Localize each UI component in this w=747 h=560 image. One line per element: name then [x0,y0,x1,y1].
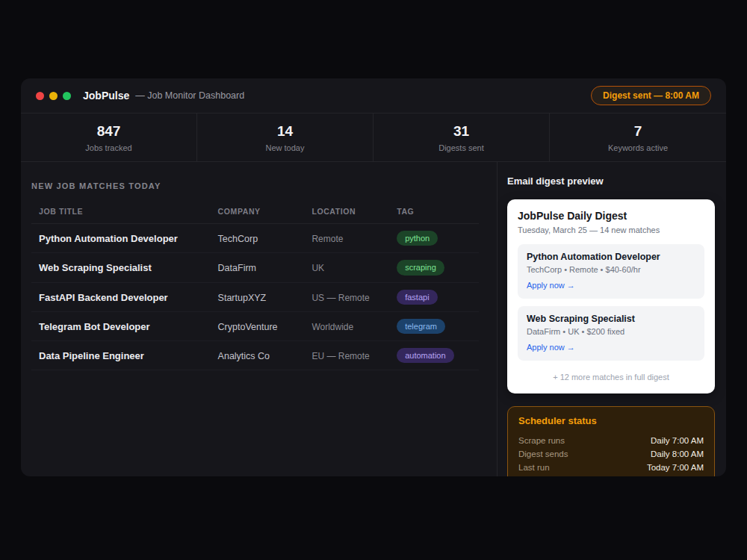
job-location: EU — Remote [311,351,369,361]
digest-item-title: Python Automation Developer [527,252,695,262]
stat-value: 847 [97,123,121,140]
job-title: Web Scraping Specialist [39,262,152,273]
right-panel: Email digest preview JobPulse Daily Dige… [497,162,726,476]
stat-label: Digests sent [438,143,484,152]
stats-bar: 847 Jobs tracked 14 New today 31 Digests… [21,113,726,162]
apply-now-link[interactable]: Apply now → [527,281,575,290]
job-tag: telegram [397,319,445,334]
job-company: StartupXYZ [218,293,267,303]
job-company: CryptoVenture [218,322,278,332]
scheduler-value: Today 7:00 AM [647,463,704,472]
stat-new-today: 14 New today [197,113,374,161]
job-title: Telegram Bot Developer [39,321,150,332]
job-company: Analytics Co [218,351,270,361]
stat-value: 7 [634,123,642,140]
job-tag: automation [397,348,453,363]
stat-label: Jobs tracked [85,143,131,152]
job-location: Remote [311,234,343,244]
table-header-row: JOB TITLE COMPANY LOCATION TAG [31,201,479,224]
table-row[interactable]: Web Scraping Specialist DataFirm UK scra… [31,253,479,282]
job-company: DataFirm [218,263,256,273]
scheduler-value: Daily 7:00 AM [651,436,704,445]
stat-value: 14 [277,123,293,140]
scheduler-label: Last run [518,463,550,472]
stat-digests-sent: 31 Digests sent [374,113,550,161]
titlebar: JobPulse — Job Monitor Dashboard Digest … [21,78,726,113]
job-location: Worldwide [311,322,353,332]
section-title: NEW JOB MATCHES TODAY [31,181,479,190]
digest-item-meta: TechCorp • Remote • $40-60/hr [527,265,695,274]
job-title: FastAPI Backend Developer [39,292,168,303]
job-title: Data Pipeline Engineer [39,350,144,361]
job-location: US — Remote [311,293,369,303]
stat-label: Keywords active [608,143,668,152]
digest-preview-heading: Email digest preview [507,175,715,187]
digest-card-subtitle: Tuesday, March 25 — 14 new matches [518,225,704,234]
table-row[interactable]: FastAPI Backend Developer StartupXYZ US … [31,282,479,311]
app-name: JobPulse [83,90,129,102]
digest-item: Web Scraping Specialist DataFirm • UK • … [518,306,704,361]
job-tag: python [397,231,438,246]
scheduler-row-status: Status Running [518,474,704,476]
minimize-window-icon[interactable] [49,92,58,100]
maximize-window-icon[interactable] [63,92,71,100]
digest-card-title: JobPulse Daily Digest [518,210,704,222]
job-matches-table: JOB TITLE COMPANY LOCATION TAG Python Au… [31,201,479,370]
column-header-company: COMPANY [211,201,305,224]
scheduler-row-scrape-runs: Scrape runs Daily 7:00 AM [518,434,704,447]
scheduler-value: Daily 8:00 AM [651,449,704,458]
digest-more-matches-note: + 12 more matches in full digest [518,368,704,386]
scheduler-row-digest-sends: Digest sends Daily 8:00 AM [518,447,704,461]
app-window: JobPulse — Job Monitor Dashboard Digest … [21,78,726,476]
apply-now-link[interactable]: Apply now → [527,343,575,352]
table-row[interactable]: Python Automation Developer TechCorp Rem… [31,224,479,253]
scheduler-label: Scrape runs [518,436,565,445]
scheduler-row-last-run: Last run Today 7:00 AM [518,461,704,474]
column-header-tag: TAG [389,201,479,224]
table-row[interactable]: Data Pipeline Engineer Analytics Co EU —… [31,341,479,370]
stat-jobs-tracked: 847 Jobs tracked [21,113,197,161]
job-location: UK [311,263,324,273]
job-company: TechCorp [218,234,258,244]
stat-label: New today [266,143,305,152]
digest-item-title: Web Scraping Specialist [527,314,695,324]
digest-item-meta: DataFirm • UK • $200 fixed [527,327,695,336]
scheduler-title: Scheduler status [518,415,704,426]
content-area: NEW JOB MATCHES TODAY JOB TITLE COMPANY … [21,162,726,476]
column-header-location: LOCATION [304,201,389,224]
column-header-job-title: JOB TITLE [31,201,211,224]
window-controls [36,92,71,100]
close-window-icon[interactable] [36,92,44,100]
stat-value: 31 [453,123,469,140]
job-title: Python Automation Developer [39,233,178,244]
job-tag: scraping [397,260,444,275]
digest-sent-badge: Digest sent — 8:00 AM [591,86,711,105]
job-matches-section: NEW JOB MATCHES TODAY JOB TITLE COMPANY … [21,162,497,476]
stat-keywords-active: 7 Keywords active [550,113,726,161]
scheduler-label: Digest sends [518,449,568,458]
table-row[interactable]: Telegram Bot Developer CryptoVenture Wor… [31,311,479,340]
job-tag: fastapi [397,290,437,305]
digest-item: Python Automation Developer TechCorp • R… [518,244,704,299]
app-subtitle: — Job Monitor Dashboard [135,90,244,101]
email-digest-card: JobPulse Daily Digest Tuesday, March 25 … [507,199,715,393]
scheduler-status-card: Scheduler status Scrape runs Daily 7:00 … [507,406,715,476]
